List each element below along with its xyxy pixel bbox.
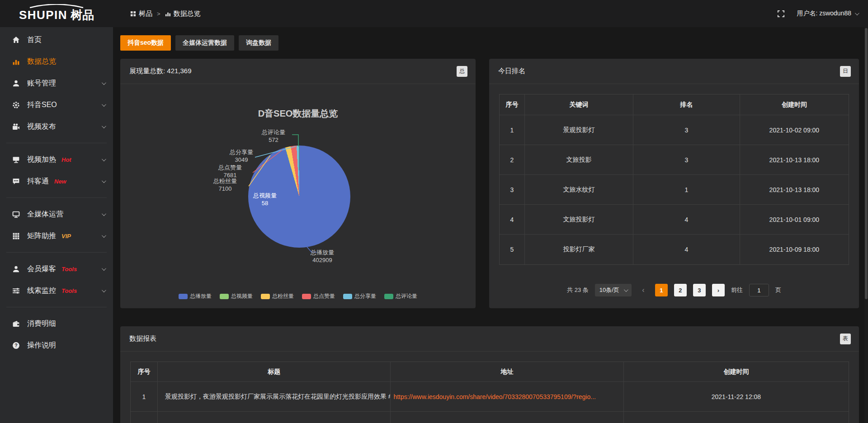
- scrollbar-thumb[interactable]: [865, 28, 868, 299]
- impressions-total: 展现量总数: 421,369: [129, 67, 192, 75]
- page-button-2[interactable]: 2: [674, 284, 687, 296]
- chevron-down-icon: [102, 288, 106, 292]
- sidebar-item-member-leads[interactable]: 会员爆客 Tools: [0, 258, 113, 280]
- goto-unit: 页: [775, 286, 781, 294]
- screen-promo-icon: [12, 155, 20, 164]
- legend-item[interactable]: 总播放量: [179, 292, 212, 300]
- sidebar-item-help[interactable]: ? 操作说明: [0, 334, 113, 356]
- breadcrumb-item-current[interactable]: 数据总览: [165, 9, 201, 18]
- tab-omni-media-data[interactable]: 全媒体运营数据: [175, 35, 234, 51]
- hot-tag: Hot: [61, 156, 71, 163]
- goto-label: 前往: [731, 286, 743, 294]
- logo-cjk: 树品: [71, 7, 94, 23]
- sidebar-item-home[interactable]: 首页: [0, 29, 113, 51]
- bar-chart-icon: [165, 11, 171, 17]
- tools-tag: Tools: [61, 266, 77, 273]
- app-grid-icon: [130, 11, 136, 17]
- sidebar-item-matrix-boost[interactable]: 矩阵助推 VIP: [0, 225, 113, 247]
- ranking-title: 今日排名: [498, 67, 525, 75]
- legend-item[interactable]: 总视频量: [220, 292, 253, 300]
- page-button-1[interactable]: 1: [655, 284, 668, 296]
- total-badge-button[interactable]: 总: [457, 66, 467, 77]
- sidebar-divider: [6, 197, 107, 198]
- legend-item[interactable]: 总粉丝量: [261, 292, 294, 300]
- chevron-down-icon: [102, 80, 106, 85]
- report-title: 数据报表: [129, 334, 156, 343]
- video-link-cell: https://www.iesdouyin.com/share/video/70…: [391, 382, 623, 411]
- report-table: 序号 标题 地址 创建时间 1 景观投影灯，夜游景观投影灯厂家展示展示落花灯在花…: [130, 362, 849, 423]
- grid-matrix-icon: [12, 232, 20, 240]
- goto-page-input[interactable]: [749, 284, 769, 296]
- breadcrumb-separator: >: [157, 10, 160, 17]
- pie-label-plays: 总播放量402909: [297, 249, 347, 264]
- table-row: 3 文旅水纹灯 1 2021-10-13 18:00: [500, 175, 849, 205]
- fullscreen-icon[interactable]: [777, 10, 785, 18]
- username-menu[interactable]: 用户名: zswodun88: [797, 9, 858, 18]
- table-header-row: 序号 标题 地址 创建时间: [131, 362, 849, 382]
- sidebar-item-spending-detail[interactable]: 消费明细: [0, 313, 113, 334]
- sidebar-item-data-overview[interactable]: 数据总览: [0, 51, 113, 72]
- table-row-partial: [131, 412, 849, 423]
- pie-label-fans: 总粉丝量7100: [204, 177, 246, 193]
- legend-item[interactable]: 总分享量: [343, 292, 376, 300]
- svg-text:?: ?: [14, 343, 17, 348]
- sidebar-item-account[interactable]: 账号管理: [0, 72, 113, 94]
- monitor-icon: [12, 210, 20, 218]
- overview-card: 展现量总数: 421,369 总 D音SEO数据量总览 总评论量572: [120, 59, 476, 308]
- breadcrumb-label: 树品: [139, 9, 152, 18]
- table-header-row: 序号 关键词 排名 创建时间: [500, 94, 849, 115]
- page-size-select[interactable]: 10条/页: [595, 284, 632, 296]
- sidebar-item-video-heat[interactable]: 视频加热 Hot: [0, 149, 113, 170]
- main-content: 抖音seo数据 全媒体运营数据 询盘数据 展现量总数: 421,369 总 D音…: [113, 27, 868, 423]
- logo-latin: SHUPIN: [19, 8, 67, 22]
- chevron-down-icon: [624, 287, 628, 292]
- wallet-icon: [12, 320, 20, 328]
- table-row: 5 投影灯厂家 4 2021-10-09 18:00: [500, 235, 849, 264]
- table-row: 1 景观投影灯 3 2021-10-02 09:00: [500, 115, 849, 145]
- page-button-3[interactable]: 3: [693, 284, 706, 296]
- chevron-down-icon: [102, 233, 106, 238]
- tab-inquiry-data[interactable]: 询盘数据: [239, 35, 278, 51]
- table-row: 1 景观投影灯，夜游景观投影灯厂家展示展示落花灯在花园里的灯光投影应用效果 # …: [131, 382, 849, 412]
- breadcrumb-item-home[interactable]: 树品: [130, 9, 152, 18]
- gear-icon: [12, 101, 20, 109]
- ranking-card: 今日排名 日 序号 关键词 排名 创建时间 1 景观投影灯 3 2021-10-…: [489, 59, 859, 308]
- report-card: 数据报表 表 序号 标题 地址 创建时间 1 景观投影灯，夜游景观投影灯厂家展示…: [120, 326, 859, 423]
- prev-page-button[interactable]: ‹: [638, 286, 649, 294]
- page-scrollbar[interactable]: [864, 27, 868, 423]
- chevron-down-icon: [102, 157, 106, 161]
- day-badge-button[interactable]: 日: [840, 66, 851, 77]
- total-count: 共 23 条: [567, 286, 589, 294]
- pie-label-lines: [120, 84, 476, 308]
- sidebar-item-doukettong[interactable]: 抖客通 New: [0, 170, 113, 192]
- pie-label-shares: 总分享量3049: [221, 148, 262, 164]
- user-solid-icon: [12, 265, 20, 273]
- sidebar-item-douyin-seo[interactable]: 抖音SEO: [0, 94, 113, 116]
- table-badge-button[interactable]: 表: [840, 334, 851, 344]
- user-icon: [12, 79, 20, 87]
- vip-tag: VIP: [61, 233, 71, 240]
- pie-label-likes: 总点赞量7681: [209, 164, 251, 179]
- chevron-down-icon: [102, 212, 106, 216]
- new-tag: New: [54, 178, 66, 185]
- sidebar-item-video-publish[interactable]: 视频发布: [0, 116, 113, 137]
- chevron-down-icon: [855, 11, 859, 15]
- legend-item[interactable]: 总评论量: [384, 292, 417, 300]
- sidebar-divider: [6, 252, 107, 253]
- video-link[interactable]: https://www.iesdouyin.com/share/video/70…: [393, 393, 596, 400]
- tab-douyin-seo-data[interactable]: 抖音seo数据: [120, 35, 171, 51]
- legend-item[interactable]: 总点赞量: [302, 292, 335, 300]
- chevron-down-icon: [102, 102, 106, 107]
- next-page-button[interactable]: ›: [712, 284, 725, 296]
- sidebar-item-omni-media[interactable]: 全媒体运营: [0, 203, 113, 225]
- tools-tag: Tools: [61, 287, 77, 294]
- pie-label-comments: 总评论量572: [253, 128, 294, 144]
- username-label: 用户名: zswodun88: [797, 9, 851, 18]
- video-title-cell: 景观投影灯，夜游景观投影灯厂家展示展示落花灯在花园里的灯光投影应用效果 #: [158, 382, 391, 411]
- pie-chart: D音SEO数据量总览 总评论量572 总分享量3049: [120, 84, 476, 308]
- sidebar-item-clue-monitor[interactable]: 线索监控 Tools: [0, 280, 113, 301]
- chat-bubble-icon: [12, 177, 20, 185]
- video-camera-icon: [12, 122, 20, 131]
- sliders-icon: [12, 287, 20, 295]
- chevron-down-icon: [102, 124, 106, 128]
